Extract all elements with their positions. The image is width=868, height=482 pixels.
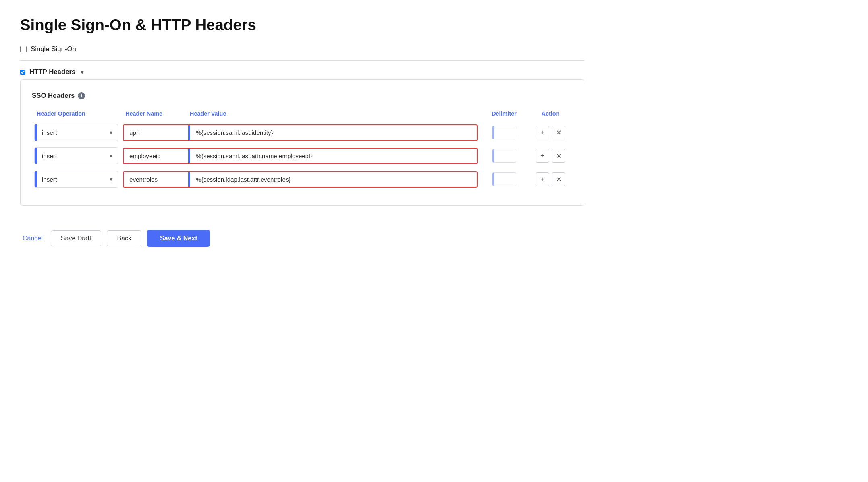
http-headers-label[interactable]: HTTP Headers <box>29 68 75 76</box>
sso-checkbox[interactable] <box>20 46 27 52</box>
name-input-2[interactable] <box>124 172 188 187</box>
op-select-0[interactable]: insertreplacedelete <box>37 125 104 140</box>
section-divider-1 <box>20 60 584 61</box>
table-row: insertreplacedelete ▼ + ✕ <box>32 168 573 191</box>
remove-row-button-0[interactable]: ✕ <box>552 126 565 139</box>
page-title: Single Sign-On & HTTP Headers <box>20 16 584 34</box>
table-row: insertreplacedelete ▼ + ✕ <box>32 121 573 144</box>
sso-headers-title-row: SSO Headers i <box>32 92 573 100</box>
delimiter-input-2[interactable] <box>494 173 516 186</box>
delimiter-cell-0 <box>480 121 528 144</box>
delimiter-wrapper-1 <box>482 149 526 163</box>
back-button[interactable]: Back <box>107 230 141 246</box>
operation-cell-1: insertreplacedelete ▼ <box>32 144 120 168</box>
sso-checkbox-row: Single Sign-On <box>20 45 584 53</box>
name-value-cell-0 <box>120 121 480 144</box>
name-value-wrapper-2 <box>123 171 478 188</box>
delimiter-input-wrapper-1 <box>492 149 516 163</box>
operation-cell-0: insertreplacedelete ▼ <box>32 121 120 144</box>
delimiter-cell-1 <box>480 144 528 168</box>
add-row-button-2[interactable]: + <box>536 172 549 186</box>
delimiter-wrapper-0 <box>482 126 526 139</box>
action-cell-0: + ✕ <box>528 121 573 144</box>
op-select-wrapper-2: insertreplacedelete ▼ <box>34 171 118 188</box>
op-select-wrapper-1: insertreplacedelete ▼ <box>34 147 118 164</box>
delimiter-input-1[interactable] <box>494 149 516 162</box>
col-header-name: Header Name <box>120 107 185 121</box>
name-value-wrapper-1 <box>123 148 478 164</box>
value-input-0[interactable] <box>190 125 477 140</box>
add-row-button-1[interactable]: + <box>536 149 549 163</box>
col-header-value: Header Value <box>185 107 480 121</box>
save-draft-button[interactable]: Save Draft <box>51 230 102 246</box>
col-header-operation: Header Operation <box>32 107 120 121</box>
save-next-button[interactable]: Save & Next <box>147 230 210 247</box>
action-buttons-2: + ✕ <box>531 172 570 186</box>
action-cell-2: + ✕ <box>528 168 573 191</box>
http-headers-checkbox[interactable] <box>20 70 25 75</box>
op-select-arrow-1: ▼ <box>104 153 118 159</box>
op-select-2[interactable]: insertreplacedelete <box>37 172 104 187</box>
delimiter-wrapper-2 <box>482 172 526 186</box>
sso-panel: SSO Headers i Header Operation Header Na… <box>20 79 584 206</box>
remove-row-button-2[interactable]: ✕ <box>552 172 565 186</box>
remove-row-button-1[interactable]: ✕ <box>552 149 565 163</box>
delimiter-input-wrapper-2 <box>492 172 516 186</box>
value-input-1[interactable] <box>190 149 477 163</box>
op-select-arrow-0: ▼ <box>104 130 118 136</box>
action-cell-1: + ✕ <box>528 144 573 168</box>
action-buttons-0: + ✕ <box>531 126 570 139</box>
name-value-wrapper-0 <box>123 124 478 141</box>
http-headers-dropdown-arrow[interactable]: ▼ <box>79 69 85 75</box>
cancel-button[interactable]: Cancel <box>20 231 45 246</box>
name-value-cell-2 <box>120 168 480 191</box>
delimiter-input-0[interactable] <box>494 126 516 139</box>
action-buttons-1: + ✕ <box>531 149 570 163</box>
delimiter-input-wrapper-0 <box>492 126 516 139</box>
col-header-delimiter: Delimiter <box>480 107 528 121</box>
op-select-arrow-2: ▼ <box>104 176 118 182</box>
info-icon[interactable]: i <box>78 92 85 99</box>
sso-label[interactable]: Single Sign-On <box>31 45 76 53</box>
sso-table: Header Operation Header Name Header Valu… <box>32 107 573 191</box>
name-input-0[interactable] <box>124 125 188 140</box>
sso-headers-label: SSO Headers <box>32 92 75 100</box>
table-header-row: Header Operation Header Name Header Valu… <box>32 107 573 121</box>
name-value-cell-1 <box>120 144 480 168</box>
name-input-1[interactable] <box>124 149 188 163</box>
op-select-wrapper-0: insertreplacedelete ▼ <box>34 124 118 141</box>
add-row-button-0[interactable]: + <box>536 126 549 139</box>
http-headers-row: HTTP Headers ▼ <box>20 68 584 76</box>
value-input-2[interactable] <box>190 172 477 187</box>
col-header-action: Action <box>528 107 573 121</box>
op-select-1[interactable]: insertreplacedelete <box>37 149 104 163</box>
footer: Cancel Save Draft Back Save & Next <box>20 230 584 247</box>
delimiter-cell-2 <box>480 168 528 191</box>
operation-cell-2: insertreplacedelete ▼ <box>32 168 120 191</box>
table-row: insertreplacedelete ▼ + ✕ <box>32 144 573 168</box>
